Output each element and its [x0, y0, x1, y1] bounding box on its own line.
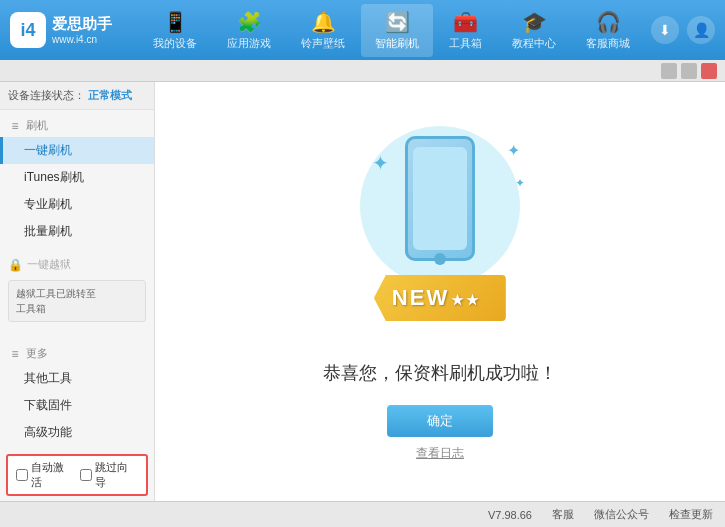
more-section: ≡ 更多 其他工具 下载固件 高级功能	[0, 338, 154, 450]
auto-activate-checkbox[interactable]	[16, 469, 28, 481]
minimize-btn[interactable]	[661, 63, 677, 79]
smart-flash-icon: 🔄	[385, 10, 410, 34]
connection-status: 设备连接状态： 正常模式	[0, 82, 154, 110]
phone-screen	[413, 147, 467, 250]
lock-icon: 🔒	[8, 258, 23, 272]
jailbreak-section: 🔒 一键越狱 越狱工具已跳转至 工具箱	[0, 249, 154, 330]
success-message: 恭喜您，保资料刷机成功啦！	[323, 361, 557, 385]
check-update-link[interactable]: 检查更新	[669, 507, 713, 522]
new-stars: ★★	[451, 292, 481, 308]
phone-home-btn	[434, 253, 446, 265]
jailbreak-group-label: 🔒 一键越狱	[0, 253, 154, 276]
window-toolbar	[0, 60, 725, 82]
maximize-btn[interactable]	[681, 63, 697, 79]
close-btn[interactable]	[701, 63, 717, 79]
new-banner: NEW★★	[374, 275, 506, 321]
sidebar-item-batch-flash[interactable]: 批量刷机	[0, 218, 154, 245]
service-icon: 🎧	[596, 10, 621, 34]
app-logo: i4 爱思助手 www.i4.cn	[10, 12, 112, 48]
nav-toolbox[interactable]: 🧰 工具箱	[435, 4, 496, 57]
device-info: 📱 iPhone 15 Pro Max 512GB iPhone	[0, 500, 154, 501]
nav-ringtone[interactable]: 🔔 铃声壁纸	[287, 4, 359, 57]
flash-group-label: ≡ 刷机	[0, 114, 154, 137]
flash-section: ≡ 刷机 一键刷机 iTunes刷机 专业刷机 批量刷机	[0, 110, 154, 249]
main-layout: 设备连接状态： 正常模式 ≡ 刷机 一键刷机 iTunes刷机 专业刷机 批量刷…	[0, 82, 725, 501]
sidebar-item-advanced[interactable]: 高级功能	[0, 419, 154, 446]
sidebar: 设备连接状态： 正常模式 ≡ 刷机 一键刷机 iTunes刷机 专业刷机 批量刷…	[0, 82, 155, 501]
skip-guide-checkbox[interactable]	[80, 469, 92, 481]
auto-activate-row: 自动激活 跳过向导	[6, 454, 148, 496]
my-device-icon: 📱	[163, 10, 188, 34]
sidebar-item-itunes-flash[interactable]: iTunes刷机	[0, 164, 154, 191]
main-nav: 📱 我的设备 🧩 应用游戏 🔔 铃声壁纸 🔄 智能刷机 🧰 工具箱 🎓 教程中心…	[132, 4, 651, 57]
sidebar-item-one-key-flash[interactable]: 一键刷机	[0, 137, 154, 164]
sidebar-item-pro-flash[interactable]: 专业刷机	[0, 191, 154, 218]
nav-tutorial[interactable]: 🎓 教程中心	[498, 4, 570, 57]
sparkle-right: ✦	[507, 141, 520, 160]
user-btn[interactable]: 👤	[687, 16, 715, 44]
more-group-label: ≡ 更多	[0, 342, 154, 365]
toolbox-icon: 🧰	[453, 10, 478, 34]
app-header: i4 爱思助手 www.i4.cn 📱 我的设备 🧩 应用游戏 🔔 铃声壁纸 🔄…	[0, 0, 725, 60]
app-games-icon: 🧩	[237, 10, 262, 34]
nav-service[interactable]: 🎧 客服商城	[572, 4, 644, 57]
logo-text: 爱思助手 www.i4.cn	[52, 14, 112, 47]
phone-body	[405, 136, 475, 261]
header-right-btns: ⬇ 👤	[651, 16, 715, 44]
sparkle-left: ✦	[372, 151, 389, 175]
success-illustration: ✦ ✦ ✦ NEW★★	[330, 121, 550, 351]
bottom-area: 自动激活 跳过向导 📱 iPhone 15 Pro Max 512GB iPho…	[0, 450, 154, 501]
ringtone-icon: 🔔	[311, 10, 336, 34]
customer-service-link[interactable]: 客服	[552, 507, 574, 522]
version-label: V7.98.66	[488, 509, 532, 521]
sidebar-item-other-tools[interactable]: 其他工具	[0, 365, 154, 392]
wechat-link[interactable]: 微信公众号	[594, 507, 649, 522]
view-log-link[interactable]: 查看日志	[416, 445, 464, 462]
sparkle-small: ✦	[515, 176, 525, 190]
more-menu-icon: ≡	[8, 347, 22, 361]
menu-icon: ≡	[8, 119, 22, 133]
skip-guide-label[interactable]: 跳过向导	[80, 460, 138, 490]
main-content: ✦ ✦ ✦ NEW★★ 恭喜您，保资料刷机成功啦！ 确定 查看日志	[155, 82, 725, 501]
nav-my-device[interactable]: 📱 我的设备	[139, 4, 211, 57]
download-btn[interactable]: ⬇	[651, 16, 679, 44]
jailbreak-info-box: 越狱工具已跳转至 工具箱	[8, 280, 146, 322]
nav-smart-flash[interactable]: 🔄 智能刷机	[361, 4, 433, 57]
confirm-button[interactable]: 确定	[387, 405, 493, 437]
tutorial-icon: 🎓	[522, 10, 547, 34]
auto-activate-label[interactable]: 自动激活	[16, 460, 74, 490]
nav-app-games[interactable]: 🧩 应用游戏	[213, 4, 285, 57]
sidebar-item-download-fw[interactable]: 下载固件	[0, 392, 154, 419]
logo-icon: i4	[10, 12, 46, 48]
new-ribbon-container: NEW★★	[374, 275, 506, 321]
status-bar: V7.98.66 客服 微信公众号 检查更新	[0, 501, 725, 527]
